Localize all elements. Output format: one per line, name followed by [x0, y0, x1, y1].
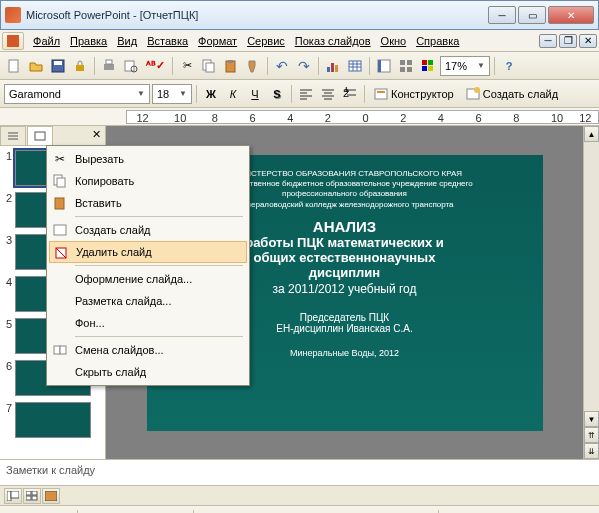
font-combo[interactable]: Garamond ▼	[4, 84, 150, 104]
autoshapes-menu[interactable]: Автофигуры ▼	[105, 509, 188, 514]
menu-view[interactable]: Вид	[112, 32, 142, 50]
copy-button[interactable]	[199, 56, 219, 76]
scroll-up-button[interactable]: ▲	[584, 126, 599, 142]
chart-button[interactable]	[323, 56, 343, 76]
shadow-button[interactable]: S	[267, 84, 287, 104]
scroll-track[interactable]	[584, 142, 599, 411]
redo-button[interactable]: ↷	[294, 56, 314, 76]
ctx-layout[interactable]: Разметка слайда...	[49, 290, 247, 312]
tab-outline[interactable]	[0, 126, 26, 145]
select-button[interactable]: ↖	[83, 509, 102, 514]
notes-pane[interactable]: Заметки к слайду	[0, 459, 599, 485]
ctx-paste[interactable]: Вставить	[49, 192, 247, 214]
wordart-button[interactable]: A	[334, 509, 352, 514]
fillcolor-button[interactable]	[444, 509, 468, 514]
textbox-button[interactable]: A	[307, 509, 331, 514]
ctx-transition[interactable]: Смена слайдов...	[49, 339, 247, 361]
rect-button[interactable]	[253, 509, 277, 514]
open-button[interactable]	[26, 56, 46, 76]
menu-format[interactable]: Формат	[193, 32, 242, 50]
ruler-horizontal: 12 10 8 6 4 2 0 2 4 6 8 10 12	[0, 108, 599, 126]
menu-help[interactable]: Справка	[411, 32, 464, 50]
zoom-value: 17%	[445, 60, 467, 72]
permissions-button[interactable]	[70, 56, 90, 76]
svg-rect-63	[26, 496, 31, 500]
ruler-track[interactable]: 12 10 8 6 4 2 0 2 4 6 8 10 12	[126, 110, 599, 124]
close-pane-button[interactable]: ✕	[88, 126, 105, 145]
close-button[interactable]: ✕	[548, 6, 594, 24]
ctx-delete-slide[interactable]: Удалить слайд	[49, 241, 247, 263]
doc-close-button[interactable]: ✕	[579, 34, 597, 48]
svg-rect-10	[206, 63, 214, 72]
columns-button[interactable]	[374, 56, 394, 76]
new-button[interactable]	[4, 56, 24, 76]
doc-minimize-button[interactable]: ─	[539, 34, 557, 48]
fontsize-combo[interactable]: 18 ▼	[152, 84, 192, 104]
menu-window[interactable]: Окно	[376, 32, 412, 50]
line-button[interactable]	[199, 509, 223, 514]
diagram-button[interactable]	[355, 509, 379, 514]
underline-button[interactable]: Ч	[245, 84, 265, 104]
save-button[interactable]	[48, 56, 68, 76]
spellcheck-icon: ᴬᴮ✓	[146, 59, 165, 72]
sorter-view-button[interactable]	[23, 488, 41, 504]
print-button[interactable]	[99, 56, 119, 76]
prev-slide-button[interactable]: ⇈	[584, 427, 599, 443]
undo-button[interactable]: ↶	[272, 56, 292, 76]
menu-slideshow[interactable]: Показ слайдов	[290, 32, 376, 50]
normal-view-button[interactable]	[4, 488, 22, 504]
spellcheck-button[interactable]: ᴬᴮ✓	[143, 56, 168, 76]
clipart-button[interactable]	[382, 509, 406, 514]
bold-button[interactable]: Ж	[201, 84, 221, 104]
maximize-button[interactable]: ▭	[518, 6, 546, 24]
cut-icon: ✂	[183, 59, 192, 72]
cut-icon: ✂	[51, 150, 69, 168]
slide-thumbnail[interactable]	[15, 402, 91, 438]
ctx-hide-slide[interactable]: Скрыть слайд	[49, 361, 247, 383]
svg-rect-60	[11, 491, 19, 498]
preview-button[interactable]	[121, 56, 141, 76]
align-center-button[interactable]	[318, 84, 338, 104]
italic-button[interactable]: К	[223, 84, 243, 104]
cut-button[interactable]: ✂	[177, 56, 197, 76]
linecolor-button[interactable]	[471, 509, 495, 514]
design-button[interactable]: Конструктор	[369, 84, 459, 104]
next-slide-button[interactable]: ⇊	[584, 443, 599, 459]
svg-rect-28	[428, 60, 433, 65]
ctx-cut[interactable]: ✂Вырезать	[49, 148, 247, 170]
print-icon	[102, 59, 116, 73]
format-painter-button[interactable]	[243, 56, 263, 76]
tab-slides[interactable]	[27, 126, 53, 145]
menu-edit[interactable]: Правка	[65, 32, 112, 50]
picture-button[interactable]	[409, 509, 433, 514]
ctx-design[interactable]: Оформление слайда...	[49, 268, 247, 290]
scroll-down-button[interactable]: ▼	[584, 411, 599, 427]
paste-button[interactable]	[221, 56, 241, 76]
help-button[interactable]: ?	[499, 56, 519, 76]
ctx-background[interactable]: Фон...	[49, 312, 247, 334]
table-button[interactable]	[345, 56, 365, 76]
new-slide-button[interactable]: Создать слайд	[461, 84, 563, 104]
oval-button[interactable]	[280, 509, 304, 514]
doc-restore-button[interactable]: ❐	[559, 34, 577, 48]
actions-menu[interactable]: Действия ▼	[4, 509, 72, 514]
thumb-row[interactable]: 7	[2, 402, 103, 438]
numbering-button[interactable]: 12	[340, 84, 360, 104]
fontcolor-button[interactable]: A	[498, 509, 516, 514]
align-left-button[interactable]	[296, 84, 316, 104]
menu-insert[interactable]: Вставка	[142, 32, 193, 50]
menu-tools[interactable]: Сервис	[242, 32, 290, 50]
scrollbar-vertical[interactable]: ▲ ▼ ⇈ ⇊	[583, 126, 599, 459]
arrow-button[interactable]	[226, 509, 250, 514]
table-icon	[348, 59, 362, 73]
ctx-copy[interactable]: Копировать	[49, 170, 247, 192]
office-button[interactable]	[2, 32, 24, 50]
svg-rect-30	[428, 66, 433, 71]
slideshow-view-button[interactable]	[42, 488, 60, 504]
color-button[interactable]	[418, 56, 438, 76]
minimize-button[interactable]: ─	[488, 6, 516, 24]
zoom-combo[interactable]: 17% ▼	[440, 56, 490, 76]
expand-button[interactable]	[396, 56, 416, 76]
menu-file[interactable]: Файл	[28, 32, 65, 50]
ctx-new-slide[interactable]: Создать слайд	[49, 219, 247, 241]
